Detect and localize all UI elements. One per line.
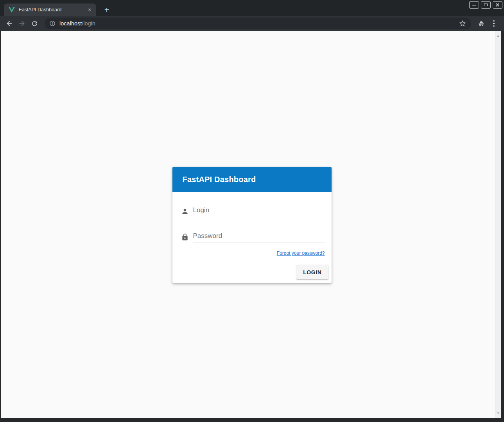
maximize-button[interactable] [481,1,491,9]
reload-button[interactable] [28,17,41,30]
url-text: localhost/login [59,20,95,27]
forward-button[interactable] [16,17,28,30]
minimize-button[interactable] [469,1,479,9]
login-card-title: FastAPI Dashboard [183,175,256,184]
tab-title: FastAPI Dashboard [19,7,86,13]
vue-logo-favicon-icon [9,7,15,13]
login-card-body: Forgot your password? LOGIN [172,192,332,283]
person-icon [181,207,189,215]
lock-icon [181,233,189,241]
window-controls [469,1,502,9]
login-card-header: FastAPI Dashboard [172,167,332,192]
page-scrollbar[interactable]: ▲ ▼ [495,31,501,418]
info-icon[interactable] [49,20,56,27]
scroll-up-icon[interactable]: ▲ [497,34,500,38]
close-icon [495,3,500,7]
back-button[interactable] [3,17,16,30]
kebab-menu-icon [493,20,494,27]
minimize-icon [472,5,476,5]
browser-window: FastAPI Dashboard ✕ + [0,0,504,422]
reload-icon [31,20,38,27]
bookmark-star-icon [459,20,466,27]
login-card: FastAPI Dashboard [172,167,332,283]
incognito-icon [477,20,486,27]
browser-toolbar: localhost/login [0,16,504,31]
forgot-password-link[interactable]: Forgot your password? [277,250,325,256]
password-field-row [181,231,325,243]
incognito-indicator [475,17,488,30]
forward-arrow-icon [18,20,26,27]
login-button-row: LOGIN [181,265,328,280]
password-input[interactable] [193,231,325,243]
url-path: /login [82,20,95,27]
bookmark-button[interactable] [457,18,468,29]
tab-close-icon[interactable]: ✕ [86,6,93,13]
page-content: FastAPI Dashboard [1,31,501,418]
new-tab-button[interactable]: + [101,4,113,15]
browser-tab[interactable]: FastAPI Dashboard ✕ [4,4,96,16]
forgot-password-row: Forgot your password? [181,249,325,256]
maximize-icon [484,4,488,6]
address-bar[interactable]: localhost/login [45,18,471,29]
login-button[interactable]: LOGIN [296,265,328,279]
close-button[interactable] [493,1,502,9]
back-arrow-icon [5,20,13,27]
login-field-row [181,206,325,217]
tab-strip: FastAPI Dashboard ✕ + [0,0,504,16]
scroll-down-icon[interactable]: ▼ [497,412,500,415]
login-input[interactable] [193,206,325,217]
url-host: localhost [59,20,82,27]
browser-menu-button[interactable] [488,17,500,30]
password-input-underline [193,231,325,243]
login-input-underline [193,206,325,217]
